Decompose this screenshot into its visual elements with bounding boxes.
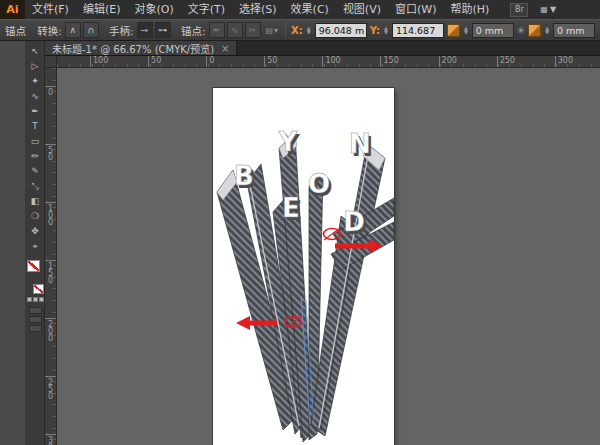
draw-normal-button[interactable] bbox=[29, 307, 42, 314]
menu-item[interactable]: 文件(F) bbox=[25, 0, 76, 19]
cut-path-button[interactable]: ✂ bbox=[245, 22, 261, 38]
selection-tool[interactable]: ↖ bbox=[27, 44, 44, 59]
drawing-mode-buttons bbox=[29, 307, 42, 332]
canvas-pasteboard[interactable]: BY NE OD B Y N E O D bbox=[57, 68, 600, 445]
menu-item[interactable]: 效果(C) bbox=[284, 0, 336, 19]
menu-item[interactable]: 视图(V) bbox=[336, 0, 388, 19]
stroke-color-swatch[interactable] bbox=[33, 284, 44, 294]
remove-anchor-button[interactable]: ✒ bbox=[209, 22, 225, 38]
ruler-label: 50 bbox=[148, 56, 206, 67]
close-icon[interactable]: × bbox=[221, 43, 229, 54]
tools-panel: ↖▷✦∿✒T▭✏✎⤡◧❍✥⌖ bbox=[26, 41, 45, 445]
hide-handles-button[interactable]: ⊶ bbox=[155, 22, 171, 38]
control-bar: 锚点 转换: ∧∩ 手柄: ⊸⊶ 锚点: ✒∿✂ ▤ ▾ X: ▲▼ 96.04… bbox=[0, 19, 600, 41]
fill-color-swatch[interactable] bbox=[27, 260, 40, 272]
screen-mode-button[interactable] bbox=[29, 325, 42, 332]
workspace-icon: ▦ bbox=[540, 5, 548, 14]
gradient-button[interactable] bbox=[33, 297, 38, 302]
pencil-tool[interactable]: ✎ bbox=[27, 164, 44, 179]
letter-N[interactable]: N bbox=[349, 129, 371, 159]
blend-tool[interactable]: ❍ bbox=[27, 209, 44, 224]
none-button[interactable] bbox=[39, 297, 44, 302]
ruler-label: 100 bbox=[90, 56, 148, 67]
ruler-corner[interactable] bbox=[45, 56, 57, 67]
menu-item[interactable]: 帮助(H) bbox=[443, 0, 496, 19]
document-tab-bar: 未标题-1* @ 66.67% (CMYK/预览) × bbox=[45, 41, 600, 56]
h-stepper[interactable]: ▲▼ bbox=[544, 26, 550, 35]
ruler-label: 100 bbox=[45, 202, 56, 260]
zoom-tool[interactable]: ⌖ bbox=[27, 239, 44, 254]
letter-O[interactable]: O bbox=[308, 169, 330, 199]
ruler-row: 10050050100150200250300 bbox=[45, 56, 600, 68]
menu-items: 文件(F)编辑(E)对象(O)文字(T)选择(S)效果(C)视图(V)窗口(W)… bbox=[25, 0, 496, 19]
ruler-label: 250 bbox=[45, 376, 56, 434]
ruler-label: 200 bbox=[45, 318, 56, 376]
letter-D[interactable]: D bbox=[343, 207, 365, 237]
paintbrush-tool[interactable]: ✏ bbox=[27, 149, 44, 164]
ruler-label: 0 bbox=[206, 56, 264, 67]
stroke-swap-icon[interactable] bbox=[528, 24, 541, 37]
convert-to-smooth-button[interactable]: ∩ bbox=[83, 22, 99, 38]
lasso-tool[interactable]: ∿ bbox=[27, 89, 44, 104]
link-icon[interactable] bbox=[447, 24, 460, 37]
letter-E[interactable]: E bbox=[282, 193, 300, 223]
panel-dock-strip bbox=[0, 41, 26, 445]
horizontal-ruler[interactable]: 10050050100150200250300 bbox=[57, 56, 600, 67]
ruler-label: 50 bbox=[264, 56, 322, 67]
direct-selection-tool[interactable]: ▷ bbox=[27, 59, 44, 74]
show-handles-button[interactable]: ⊸ bbox=[137, 22, 153, 38]
selection-mode-label: 锚点 bbox=[5, 23, 26, 38]
anchor-label: 锚点: bbox=[181, 23, 206, 38]
ruler-label: 300 bbox=[45, 434, 56, 445]
w-input[interactable]: 0 mm bbox=[472, 23, 514, 38]
width-tool[interactable]: ⤡ bbox=[27, 179, 44, 194]
type-tool[interactable]: T bbox=[27, 119, 44, 134]
y-input[interactable]: 114.687 bbox=[392, 23, 444, 38]
constrain-icon[interactable]: ✳ bbox=[517, 25, 525, 36]
color-button[interactable] bbox=[27, 297, 32, 302]
app-logo-icon: Ai bbox=[0, 0, 25, 19]
letter-Y[interactable]: Y bbox=[278, 127, 299, 157]
connect-path-button[interactable]: ∿ bbox=[227, 22, 243, 38]
caret-down-icon: ▾ bbox=[274, 26, 278, 35]
ruler-label: 150 bbox=[45, 260, 56, 318]
y-label: Y: bbox=[370, 25, 380, 36]
w-stepper[interactable]: ▲▼ bbox=[463, 26, 469, 35]
fill-stroke-swatches[interactable] bbox=[27, 260, 44, 294]
menu-item[interactable]: 对象(O) bbox=[127, 0, 180, 19]
x-input[interactable]: 96.048 m bbox=[315, 23, 367, 38]
artwork-canvas[interactable]: BY NE OD B Y N E O D bbox=[213, 88, 394, 445]
draw-behind-button[interactable] bbox=[29, 316, 42, 323]
document-tab[interactable]: 未标题-1* @ 66.67% (CMYK/预览) × bbox=[45, 41, 237, 55]
vertical-ruler[interactable]: 050100150200250300 bbox=[45, 68, 57, 445]
color-type-buttons bbox=[27, 297, 44, 302]
menu-bar: Ai 文件(F)编辑(E)对象(O)文字(T)选择(S)效果(C)视图(V)窗口… bbox=[0, 0, 600, 19]
h-input[interactable]: 0 mm bbox=[553, 23, 595, 38]
hand-tool[interactable]: ✥ bbox=[27, 224, 44, 239]
document-tab-title: 未标题-1* @ 66.67% (CMYK/预览) bbox=[52, 41, 214, 56]
handles-label: 手柄: bbox=[109, 23, 134, 38]
menu-item[interactable]: 窗口(W) bbox=[388, 0, 443, 19]
menu-right-buttons: Br ▦ ▼ bbox=[510, 3, 556, 17]
gradient-tool[interactable]: ◧ bbox=[27, 194, 44, 209]
ruler-label: 300 bbox=[555, 56, 600, 67]
ruler-label: 250 bbox=[497, 56, 555, 67]
ruler-label: 100 bbox=[322, 56, 380, 67]
workspace-switcher-button[interactable]: ▦ ▼ bbox=[540, 5, 556, 14]
y-stepper[interactable]: ▲▼ bbox=[383, 26, 389, 35]
artboard[interactable]: BY NE OD B Y N E O D bbox=[213, 88, 394, 445]
pen-tool[interactable]: ✒ bbox=[27, 104, 44, 119]
menu-item[interactable]: 编辑(E) bbox=[76, 0, 128, 19]
menu-item[interactable]: 文字(T) bbox=[181, 0, 232, 19]
x-stepper[interactable]: ▲▼ bbox=[306, 26, 312, 35]
menu-item[interactable]: 选择(S) bbox=[232, 0, 284, 19]
ruler-label: 200 bbox=[439, 56, 497, 67]
rectangle-tool[interactable]: ▭ bbox=[27, 134, 44, 149]
style-dropdown[interactable]: ▤ ▾ bbox=[264, 26, 281, 35]
separator bbox=[285, 22, 286, 38]
magic-wand-tool[interactable]: ✦ bbox=[27, 74, 44, 89]
style-dropdown-icon: ▤ bbox=[266, 26, 274, 35]
letter-B[interactable]: B bbox=[234, 161, 254, 191]
convert-to-corner-button[interactable]: ∧ bbox=[65, 22, 81, 38]
bridge-icon[interactable]: Br bbox=[510, 3, 528, 17]
